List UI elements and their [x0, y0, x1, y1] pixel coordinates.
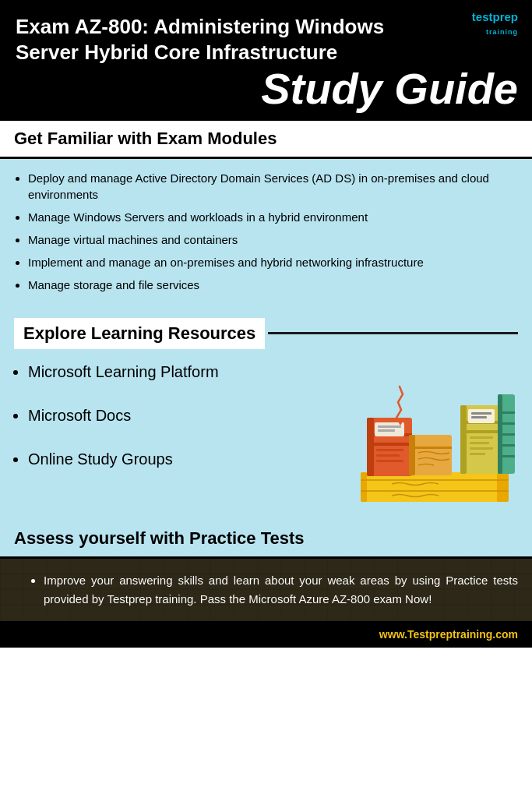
- practice-description: Improve your answering skills and learn …: [44, 571, 518, 609]
- practice-header: Assess yourself with Practice Tests: [0, 521, 532, 559]
- modules-section: Get Familiar with Exam Modules Deploy an…: [0, 121, 532, 310]
- footer: www.Testpreptraining.com: [0, 621, 532, 648]
- logo-text: testprep training: [472, 11, 518, 37]
- svg-rect-23: [470, 442, 489, 444]
- modules-title: Get Familiar with Exam Modules: [14, 129, 277, 148]
- svg-rect-17: [409, 447, 452, 449]
- resources-content-row: Microsoft Learning Platform Microsoft Do…: [0, 349, 532, 521]
- svg-rect-1: [361, 472, 367, 502]
- svg-rect-9: [376, 449, 403, 451]
- svg-rect-34: [498, 444, 515, 447]
- svg-rect-11: [376, 460, 403, 462]
- books-svg: [353, 365, 516, 513]
- logo-area: testprep training: [472, 11, 518, 37]
- svg-rect-25: [470, 453, 485, 455]
- header-section: testprep training Exam AZ-800: Administe…: [0, 0, 532, 65]
- svg-rect-32: [498, 422, 515, 425]
- list-item: Manage Windows Servers and workloads in …: [28, 209, 518, 225]
- svg-rect-19: [460, 405, 467, 474]
- list-item: Implement and manage an on-premises and …: [28, 254, 518, 270]
- svg-rect-22: [470, 436, 493, 439]
- footer-url: www.Testpreptraining.com: [379, 628, 518, 641]
- study-guide-bar: Study Guide: [0, 65, 532, 121]
- svg-rect-10: [376, 454, 400, 457]
- resources-title: Explore Learning Resources: [23, 323, 255, 343]
- study-guide-label: Study Guide: [261, 64, 518, 113]
- logo-sub: training: [486, 28, 518, 36]
- list-item: Manage storage and file services: [28, 277, 518, 293]
- resources-header-box: Explore Learning Resources: [14, 318, 265, 349]
- svg-rect-21: [460, 430, 501, 433]
- resources-section: Explore Learning Resources Microsoft Lea…: [0, 310, 532, 521]
- svg-rect-31: [498, 411, 515, 414]
- list-item: Online Study Groups: [28, 449, 331, 469]
- practice-title: Assess yourself with Practice Tests: [14, 528, 305, 548]
- modules-header: Get Familiar with Exam Modules: [0, 121, 532, 159]
- practice-section: Assess yourself with Practice Tests Impr…: [0, 521, 532, 621]
- practice-content: Improve your answering skills and learn …: [0, 559, 532, 621]
- svg-rect-14: [378, 429, 395, 432]
- list-item: Microsoft Docs: [28, 405, 331, 425]
- svg-rect-24: [470, 447, 493, 450]
- svg-rect-28: [471, 416, 487, 418]
- svg-rect-13: [378, 425, 401, 428]
- svg-rect-15: [409, 435, 452, 475]
- svg-rect-6: [367, 418, 374, 476]
- exam-title: Exam AZ-800: Administering Windows Serve…: [16, 14, 421, 65]
- svg-rect-35: [498, 455, 515, 457]
- list-item: Microsoft Learning Platform: [28, 362, 331, 382]
- svg-rect-16: [409, 435, 415, 475]
- books-illustration: [345, 349, 532, 521]
- svg-rect-0: [361, 472, 509, 502]
- resources-header-container: Explore Learning Resources: [0, 310, 532, 349]
- svg-rect-33: [498, 433, 515, 436]
- logo-brand: testprep: [472, 10, 518, 23]
- resources-header-line: [268, 332, 518, 334]
- resources-list: Microsoft Learning Platform Microsoft Do…: [0, 349, 345, 521]
- svg-rect-8: [367, 443, 412, 446]
- list-item: Manage virtual machines and containers: [28, 231, 518, 248]
- svg-rect-27: [471, 412, 491, 415]
- modules-list: Deploy and manage Active Directory Domai…: [0, 159, 532, 310]
- list-item: Deploy and manage Active Directory Domai…: [28, 170, 518, 203]
- svg-rect-2: [497, 472, 509, 502]
